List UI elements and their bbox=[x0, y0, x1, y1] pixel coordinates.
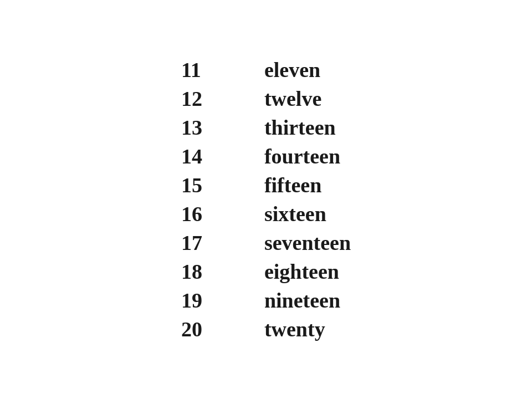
number-word-13: thirteen bbox=[264, 115, 336, 140]
number-row: 16sixteen bbox=[181, 200, 351, 228]
number-row: 15fifteen bbox=[181, 171, 351, 200]
number-word-14: fourteen bbox=[264, 144, 340, 168]
number-digit-13: 13 bbox=[181, 115, 231, 140]
number-digit-18: 18 bbox=[181, 259, 231, 284]
number-word-19: nineteen bbox=[264, 288, 340, 313]
number-row: 20twenty bbox=[181, 315, 351, 344]
number-digit-16: 16 bbox=[181, 202, 231, 226]
number-digit-14: 14 bbox=[181, 144, 231, 168]
number-row: 19nineteen bbox=[181, 286, 351, 315]
number-row: 17seventeen bbox=[181, 228, 351, 257]
number-digit-15: 15 bbox=[181, 173, 231, 197]
number-row: 14fourteen bbox=[181, 142, 351, 171]
number-digit-19: 19 bbox=[181, 288, 231, 313]
number-word-11: eleven bbox=[264, 58, 320, 82]
number-word-17: seventeen bbox=[264, 231, 351, 255]
number-word-15: fifteen bbox=[264, 173, 321, 197]
number-digit-11: 11 bbox=[181, 58, 231, 82]
number-row: 12twelve bbox=[181, 84, 351, 113]
number-digit-12: 12 bbox=[181, 86, 231, 111]
number-word-16: sixteen bbox=[264, 202, 326, 226]
number-row: 13thirteen bbox=[181, 113, 351, 142]
number-digit-17: 17 bbox=[181, 231, 231, 255]
number-list: 11eleven12twelve13thirteen14fourteen15fi… bbox=[181, 55, 351, 344]
number-word-20: twenty bbox=[264, 317, 325, 341]
number-row: 11eleven bbox=[181, 55, 351, 84]
number-word-18: eighteen bbox=[264, 259, 339, 284]
number-word-12: twelve bbox=[264, 86, 321, 111]
number-digit-20: 20 bbox=[181, 317, 231, 341]
number-row: 18eighteen bbox=[181, 257, 351, 286]
